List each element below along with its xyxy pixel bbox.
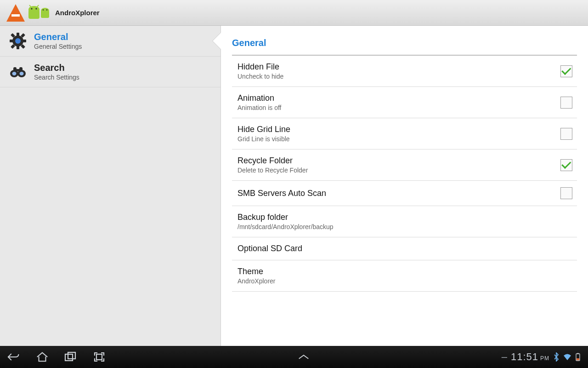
setting-subtitle: Grid Line is visible [237, 135, 560, 143]
setting-title: SMB Servers Auto Scan [237, 189, 560, 198]
setting-subtitle: Delete to Recycle Folder [237, 167, 560, 174]
svg-rect-31 [68, 352, 75, 359]
clock-ampm: PM [540, 355, 549, 362]
sidebar-item-search[interactable]: Search Search Settings [0, 57, 220, 87]
svg-rect-16 [10, 40, 13, 42]
app-title: AndroXplorer [55, 9, 100, 17]
clock-time: 11:51 [511, 351, 538, 363]
app-bar: AndroXplorer [0, 0, 588, 26]
sidebar-item-title: General [34, 32, 82, 42]
setting-title: Hidden File [237, 62, 560, 72]
setting-backup-folder[interactable]: Backup folder /mnt/sdcard/AndroXplorer/b… [232, 206, 577, 237]
bluetooth-icon [553, 352, 560, 362]
setting-optional-sd-card[interactable]: Optional SD Card [232, 237, 577, 260]
system-navbar: – 11:51 PM [0, 346, 588, 368]
section-heading: General [232, 36, 577, 55]
svg-point-12 [46, 9, 48, 11]
status-clock[interactable]: 11:51 PM [511, 351, 549, 363]
setting-recycle-folder[interactable]: Recycle Folder Delete to Recycle Folder [232, 150, 577, 181]
app-logo [5, 3, 51, 23]
svg-point-28 [12, 72, 17, 75]
setting-title: Hide Grid Line [237, 125, 560, 134]
setting-title: Backup folder [237, 213, 575, 222]
recent-apps-button[interactable] [64, 351, 77, 363]
svg-point-22 [15, 38, 21, 44]
checkbox[interactable] [560, 97, 572, 109]
svg-rect-32 [96, 354, 102, 360]
checkbox[interactable] [560, 187, 572, 199]
settings-sidebar: General General Settings [0, 26, 220, 346]
setting-title: Recycle Folder [237, 156, 560, 166]
setting-hidden-file[interactable]: Hidden File Uncheck to hide [232, 56, 577, 87]
svg-rect-14 [17, 33, 19, 36]
battery-icon [575, 353, 581, 361]
svg-rect-15 [17, 46, 19, 49]
svg-rect-17 [23, 40, 26, 42]
setting-subtitle: /mnt/sdcard/AndroXplorer/backup [237, 223, 575, 230]
setting-title: Optional SD Card [237, 244, 575, 253]
expand-handle[interactable] [297, 351, 310, 363]
svg-rect-27 [16, 69, 20, 71]
sidebar-item-title: Search [34, 63, 79, 73]
home-button[interactable] [36, 351, 49, 363]
screenshot-button[interactable] [93, 351, 106, 363]
sidebar-item-subtitle: General Settings [34, 43, 82, 50]
setting-theme[interactable]: Theme AndroXplorer [232, 260, 577, 292]
setting-hide-grid-line[interactable]: Hide Grid Line Grid Line is visible [232, 118, 577, 150]
svg-point-5 [31, 8, 32, 9]
svg-rect-4 [28, 10, 40, 19]
binoculars-icon [8, 62, 28, 81]
svg-point-29 [20, 72, 24, 75]
setting-animation[interactable]: Animation Animation is off [232, 87, 577, 118]
svg-rect-10 [41, 11, 49, 18]
setting-subtitle: Animation is off [237, 104, 560, 111]
content-panel: General Hidden File Uncheck to hide Anim… [220, 26, 588, 346]
svg-point-6 [35, 8, 37, 9]
sidebar-item-general[interactable]: General General Settings [0, 26, 220, 57]
setting-title: Theme [237, 267, 575, 276]
sidebar-item-subtitle: Search Settings [34, 74, 79, 81]
status-dash-icon: – [502, 351, 507, 363]
svg-rect-30 [65, 354, 73, 361]
checkbox[interactable] [560, 65, 572, 77]
gear-icon [8, 31, 28, 51]
checkbox[interactable] [560, 128, 572, 140]
setting-smb-auto-scan[interactable]: SMB Servers Auto Scan [232, 181, 577, 206]
checkbox[interactable] [560, 159, 572, 171]
svg-rect-35 [577, 358, 579, 360]
setting-title: Animation [237, 93, 560, 103]
svg-point-11 [43, 9, 44, 11]
back-button[interactable] [7, 351, 20, 363]
setting-subtitle: Uncheck to hide [237, 73, 560, 80]
wifi-icon [563, 353, 571, 361]
setting-subtitle: AndroXplorer [237, 277, 575, 285]
svg-rect-2 [11, 14, 20, 17]
svg-rect-34 [577, 353, 579, 354]
